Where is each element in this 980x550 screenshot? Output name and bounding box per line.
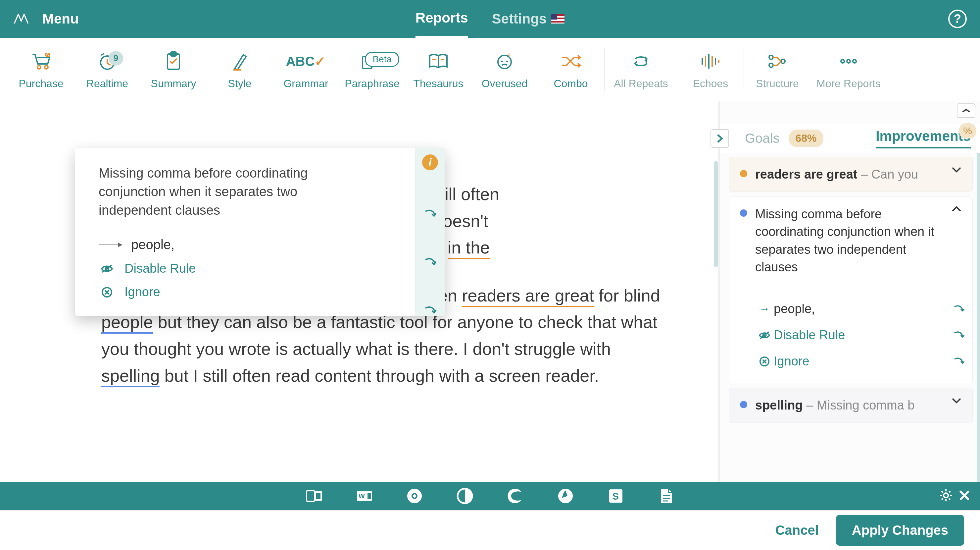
book-icon [428,50,449,73]
scrollbar[interactable] [714,161,718,267]
svg-point-24 [847,60,850,63]
underline-orange: in the [448,238,490,259]
tool-echoes[interactable]: Echoes [678,48,744,91]
svg-text:S: S [612,491,619,502]
svg-point-0 [37,65,41,69]
sidebar-expand-button[interactable] [711,129,729,148]
popup-disable-label: Disable Rule [124,261,196,276]
help-icon[interactable]: ? [948,10,967,28]
redo-icon[interactable] [953,302,964,316]
chevron-down-icon[interactable] [951,166,964,175]
tool-label: Structure [756,78,799,90]
toolbar-left-group: Purchase 9 Realtime Summary Style ABC✓ G… [8,50,604,90]
issue-item[interactable]: spelling – Missing comma b [729,388,973,423]
chevron-down-icon[interactable] [951,397,964,405]
issue-ignore[interactable]: Ignore [755,348,964,375]
goals-percent: 68% [789,129,823,147]
improvements-sidebar: Goals 68% Improvements % readers are gre… [720,101,980,482]
tool-thesaurus[interactable]: Thesaurus [405,50,471,90]
svg-point-25 [853,60,856,63]
flag-icon [551,14,565,24]
issue-dot-icon [740,401,747,408]
cart-icon [30,50,52,73]
tool-label: Summary [151,78,196,90]
gear-icon[interactable] [939,488,953,504]
goals-tab[interactable]: Goals [745,131,780,146]
svg-point-1 [45,65,48,69]
tool-label: All Repeats [614,78,668,90]
integration-bar: O W S [0,482,980,510]
tool-label: Purchase [19,78,63,90]
issue-item[interactable]: readers are great – Can you [729,157,973,192]
info-icon[interactable]: i [422,155,438,170]
outlook-icon[interactable]: O [305,487,323,505]
scrivener-icon[interactable]: S [606,487,625,505]
redo-icon[interactable] [953,328,964,342]
tool-overused[interactable]: z Overused [471,50,538,90]
repeat-icon [632,50,650,73]
structure-icon [767,50,788,73]
document-icon[interactable] [657,487,675,505]
edge-icon[interactable] [506,487,525,505]
apply-changes-button[interactable]: Apply Changes [836,515,964,546]
issue-summary: readers are great – Can you [755,166,943,183]
tool-label: Style [228,78,251,90]
redo-icon[interactable] [953,354,964,368]
svg-point-20 [769,55,773,59]
svg-point-21 [769,63,773,67]
menu-label[interactable]: Menu [42,11,79,27]
tab-reports[interactable]: Reports [415,0,468,38]
x-circle-icon [99,286,115,298]
collapse-up-button[interactable] [957,104,975,118]
tool-style[interactable]: Style [207,50,273,90]
tool-purchase[interactable]: Purchase [8,50,74,90]
word-icon[interactable]: W [355,487,374,505]
tool-label: Grammar [283,78,328,90]
svg-point-40 [413,494,416,497]
svg-text:W: W [359,493,365,500]
close-icon[interactable] [958,489,971,503]
redo-icon[interactable] [423,306,437,316]
tool-label: Paraphrase [345,78,399,90]
chevron-up-icon[interactable] [951,206,964,214]
tool-label: Thesaurus [413,78,463,90]
redo-icon[interactable] [423,257,437,267]
popup-replacement-text: people, [131,237,175,252]
firefox-icon[interactable] [455,487,474,505]
tool-structure[interactable]: Structure [744,48,810,91]
tool-realtime[interactable]: 9 Realtime [74,50,140,90]
toolbar: Purchase 9 Realtime Summary Style ABC✓ G… [0,38,980,101]
tool-more-reports[interactable]: More Reports [810,48,887,91]
top-tabs: Reports Settings [415,0,565,38]
issue-list: readers are great – Can you Missing comm… [720,153,980,482]
issue-dot-icon [740,209,747,217]
chrome-icon[interactable] [405,487,424,505]
popup-ignore-label: Ignore [124,285,160,299]
popup-ignore[interactable]: Ignore [99,280,398,304]
tool-all-repeats[interactable]: All Repeats [605,48,678,91]
tool-paraphrase[interactable]: Beta AB Paraphrase [339,50,405,90]
tool-grammar[interactable]: ABC✓ Grammar [273,50,339,90]
tired-icon: z [495,50,514,73]
improvements-tab[interactable]: Improvements [876,128,971,148]
tool-label: Realtime [86,78,128,90]
safari-icon[interactable] [556,487,575,505]
cancel-button[interactable]: Cancel [775,523,819,538]
issue-item-expanded: Missing comma before coordinating conjun… [729,196,973,383]
arrow-right-icon [99,244,122,245]
svg-point-23 [841,60,844,63]
tab-settings[interactable]: Settings [492,0,565,38]
svg-rect-34 [315,492,321,500]
tool-combo[interactable]: Combo [538,50,604,90]
sidebar-header: Goals 68% Improvements [720,124,980,153]
issue-replacement-row[interactable]: → people, [755,296,964,322]
toolbar-right-group: All Repeats Echoes Structure More Report… [605,48,887,91]
redo-icon[interactable] [423,209,437,219]
tool-summary[interactable]: Summary [140,50,207,90]
issue-disable-rule[interactable]: Disable Rule [755,322,964,348]
tool-label: More Reports [816,78,881,90]
editor-area: Missing comma before coordinating conjun… [0,101,720,482]
popup-disable-rule[interactable]: Disable Rule [99,257,398,280]
popup-replacement-row[interactable]: people, [99,233,398,257]
tab-settings-label: Settings [492,11,547,27]
